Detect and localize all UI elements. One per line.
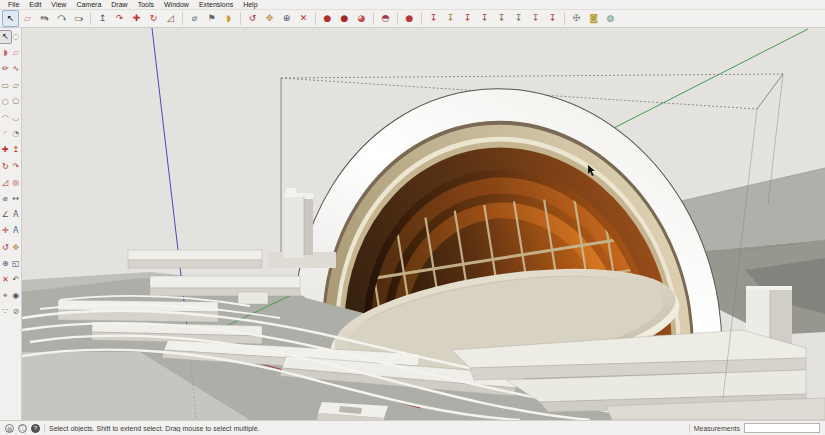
sandbox-from-scratch-button[interactable]: ↧ bbox=[442, 10, 459, 27]
hide-rest-of-model-button[interactable]: ✠ bbox=[568, 10, 585, 27]
zoom-window-tool-button[interactable]: ◱ bbox=[11, 258, 22, 270]
protractor-tool-button[interactable]: ∠ bbox=[0, 209, 11, 221]
move-tool-button[interactable]: ✚ bbox=[128, 10, 145, 27]
orbit-tool-button[interactable]: ↺ bbox=[244, 10, 261, 27]
zoom-tool-button[interactable]: ⊕ bbox=[278, 10, 295, 27]
toggle-terrain-button[interactable]: ● bbox=[336, 10, 353, 27]
previous-view-tool-button[interactable]: ↶ bbox=[11, 274, 22, 286]
move-tool-button[interactable]: ✚ bbox=[0, 144, 11, 156]
tape-measure-tool-button[interactable]: ⌀ bbox=[0, 193, 11, 205]
scale-tool-button[interactable]: ◿ bbox=[162, 10, 179, 27]
menu-extensions[interactable]: Extensions bbox=[194, 0, 238, 10]
orbit-tool-icon: ↺ bbox=[249, 14, 257, 23]
polygon-tool-button[interactable]: ⬠ bbox=[11, 96, 22, 108]
sandbox-smoove-button[interactable]: ↧ bbox=[459, 10, 476, 27]
push-pull-tool-button[interactable]: ↥ bbox=[94, 10, 111, 27]
get-models-button[interactable]: ◓ bbox=[377, 10, 394, 27]
look-around-tool-icon: ◉ bbox=[12, 292, 19, 300]
menu-window[interactable]: Window bbox=[159, 0, 194, 10]
viewport-canvas[interactable] bbox=[22, 28, 825, 420]
eraser-tool-button[interactable]: ▱ bbox=[11, 47, 22, 59]
sandbox-from-contours-button[interactable]: ↧ bbox=[425, 10, 442, 27]
menu-help[interactable]: Help bbox=[238, 0, 262, 10]
eraser-tool-button[interactable]: ▱ bbox=[19, 10, 36, 27]
move-tool-icon: ✚ bbox=[133, 14, 141, 23]
credits-icon[interactable]: ⓘ bbox=[18, 424, 27, 433]
3d-text-tool-button[interactable]: A bbox=[11, 225, 22, 237]
line-tool-icon: ✏ bbox=[2, 65, 9, 73]
menu-camera[interactable]: Camera bbox=[71, 0, 106, 10]
shapes-tool-button[interactable]: ▭▾ bbox=[70, 10, 87, 27]
sandbox-soften-icon: ↧ bbox=[549, 14, 557, 23]
offset-tool-button[interactable]: ◎ bbox=[11, 177, 22, 189]
tape-measure-tool-button[interactable]: ⌀ bbox=[186, 10, 203, 27]
push-pull-tool-button[interactable]: ↥ bbox=[11, 144, 22, 156]
help-icon[interactable]: ? bbox=[31, 424, 40, 433]
rectangle-tool-button[interactable]: ▭ bbox=[0, 80, 11, 92]
follow-me-tool-button[interactable]: ↷ bbox=[111, 10, 128, 27]
palette-row: ⌀↔ bbox=[0, 191, 21, 207]
rotated-rectangle-tool-button[interactable]: ▱ bbox=[11, 80, 22, 92]
add-location-button[interactable]: ◍ bbox=[602, 10, 619, 27]
follow-me-tool-icon: ↷ bbox=[12, 163, 19, 171]
lasso-select-tool-button[interactable]: ◌ bbox=[11, 31, 22, 43]
paint-bucket-tool-button[interactable]: ◗ bbox=[0, 47, 11, 59]
section-plane-tool-button[interactable]: ⊘ bbox=[11, 306, 22, 318]
follow-me-tool-button[interactable]: ↷ bbox=[11, 161, 22, 173]
rotate-tool-button[interactable]: ↻ bbox=[0, 161, 11, 173]
large-tool-set: ↖◌◗▱✏∿▭▱○⬠◠◡◜◔✚↥↻↷◿◎⌀↔∠A✛A↺✥⊕◱✕↶⌖◉∵⊘ bbox=[0, 28, 22, 420]
orbit-tool-icon: ↺ bbox=[2, 244, 9, 252]
zoom-window-tool-icon: ◱ bbox=[12, 260, 20, 268]
menu-edit[interactable]: Edit bbox=[24, 0, 46, 10]
two-point-arc-tool-button[interactable]: ◡ bbox=[11, 112, 22, 124]
select-tool-button[interactable]: ↖ bbox=[2, 10, 19, 27]
freehand-tool-button[interactable]: ∿ bbox=[11, 63, 22, 75]
palette-row: ∠A bbox=[0, 207, 21, 223]
text-tool-button[interactable]: A bbox=[11, 209, 22, 221]
select-tool-button[interactable]: ↖ bbox=[0, 31, 11, 43]
dropdown-arrow-icon[interactable]: ▾ bbox=[63, 16, 66, 22]
look-around-tool-button[interactable]: ◉ bbox=[11, 290, 22, 302]
menu-draw[interactable]: Draw bbox=[106, 0, 132, 10]
menu-tools[interactable]: Tools bbox=[133, 0, 159, 10]
zoom-extents-tool-button[interactable]: ✕ bbox=[0, 274, 11, 286]
get-current-view-button[interactable]: ● bbox=[319, 10, 336, 27]
pie-tool-button[interactable]: ◔ bbox=[11, 128, 22, 140]
sandbox-soften-button[interactable]: ↧ bbox=[544, 10, 561, 27]
share-model-icon: ● bbox=[406, 14, 414, 23]
zoom-extents-tool-button[interactable]: ✕ bbox=[295, 10, 312, 27]
position-camera-tool-button[interactable]: ⌖ bbox=[0, 290, 11, 302]
sandbox-drape-button[interactable]: ↧ bbox=[493, 10, 510, 27]
circle-tool-button[interactable]: ○ bbox=[0, 96, 11, 108]
paint-bucket-tool-button[interactable]: ◗ bbox=[220, 10, 237, 27]
photo-textures-button[interactable]: ◕ bbox=[353, 10, 370, 27]
line-tool-button[interactable]: ✏ bbox=[0, 63, 11, 75]
share-model-button[interactable]: ● bbox=[401, 10, 418, 27]
menu-view[interactable]: View bbox=[46, 0, 71, 10]
measurements-input[interactable] bbox=[744, 423, 820, 433]
walk-tool-button[interactable]: ∵ bbox=[0, 306, 11, 318]
axes-tool-button[interactable]: ✛ bbox=[0, 225, 11, 237]
zoom-tool-icon: ⊕ bbox=[283, 14, 291, 23]
lock-tool-button[interactable]: ◙ bbox=[585, 10, 602, 27]
zoom-tool-button[interactable]: ⊕ bbox=[0, 258, 11, 270]
dropdown-arrow-icon[interactable]: ▾ bbox=[81, 16, 84, 22]
orbit-tool-button[interactable]: ↺ bbox=[0, 242, 11, 254]
sandbox-add-detail-button[interactable]: ↧ bbox=[510, 10, 527, 27]
scale-tool-button[interactable]: ◿ bbox=[0, 177, 11, 189]
arc-tool-button[interactable]: ◠▾ bbox=[53, 10, 70, 27]
pan-tool-button[interactable]: ✥ bbox=[261, 10, 278, 27]
sandbox-flip-edge-button[interactable]: ↧ bbox=[527, 10, 544, 27]
sandbox-stamp-button[interactable]: ↧ bbox=[476, 10, 493, 27]
geolocation-icon[interactable]: ◍ bbox=[5, 424, 14, 433]
lasso-select-tool-icon: ◌ bbox=[12, 33, 19, 41]
line-tool-button[interactable]: ✏▾ bbox=[36, 10, 53, 27]
rotate-tool-button[interactable]: ↻ bbox=[145, 10, 162, 27]
arc-tool-button[interactable]: ◠ bbox=[0, 112, 11, 124]
pan-tool-button[interactable]: ✥ bbox=[11, 242, 22, 254]
three-point-arc-tool-button[interactable]: ◜ bbox=[0, 128, 11, 140]
dimension-tool-button[interactable]: ↔ bbox=[11, 193, 22, 205]
dropdown-arrow-icon[interactable]: ▾ bbox=[46, 16, 49, 22]
menu-file[interactable]: File bbox=[3, 0, 24, 10]
dimension-tool-button[interactable]: ⚑ bbox=[203, 10, 220, 27]
